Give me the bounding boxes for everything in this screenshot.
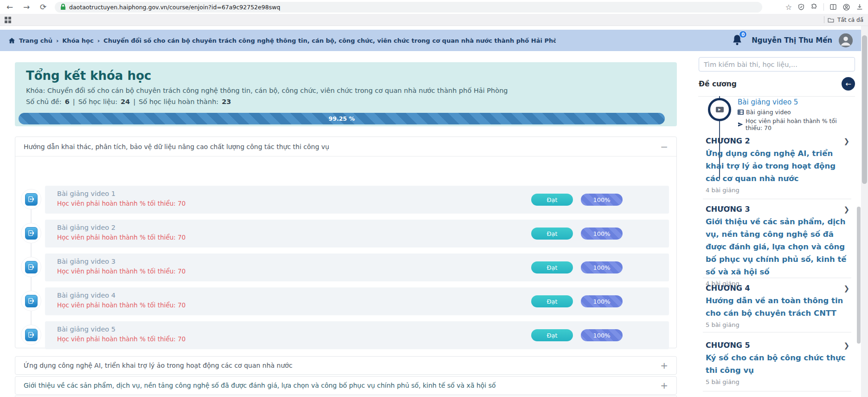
chapter-header[interactable]: CHƯƠNG 2 ❯ xyxy=(706,137,849,145)
status-badge: Đạt xyxy=(531,329,573,341)
divider xyxy=(698,96,855,97)
avatar[interactable] xyxy=(839,33,853,47)
chevron-right-icon[interactable]: ❯ xyxy=(843,205,849,214)
topics-label: Số chủ đề: xyxy=(26,98,62,105)
url-bar[interactable]: daotaotructuyen.haiphong.gov.vn/course/e… xyxy=(55,2,762,13)
apps-grid-icon[interactable] xyxy=(5,17,11,23)
stats-separator: | xyxy=(73,98,75,105)
extensions-icon[interactable] xyxy=(810,3,818,11)
chevron-right-icon[interactable]: ❯ xyxy=(843,137,849,145)
section-3-header[interactable]: Giới thiệu về các sản phẩm, dịch vụ, nền… xyxy=(15,377,676,394)
notification-badge: 0 xyxy=(739,31,747,38)
chapter-item: CHƯƠNG 3 ❯ Giới thiệu về các sản phẩm, d… xyxy=(706,205,849,287)
divider xyxy=(703,332,851,332)
chapter-title[interactable]: Giới thiệu về các sản phẩm, dịch vụ, nền… xyxy=(706,215,849,278)
chapter-title[interactable]: Ứng dụng công nghệ AI, triển khai trợ lý… xyxy=(706,147,849,185)
chapter-title[interactable]: Ký số cho cán bộ công chức thực thi công… xyxy=(706,351,849,377)
materials-label: Số học liệu: xyxy=(78,98,117,105)
video-lesson-icon xyxy=(21,325,41,345)
page-scrollbar-thumb[interactable] xyxy=(862,35,867,184)
shield-icon[interactable] xyxy=(797,3,805,11)
sidebar-scrollbar-thumb[interactable] xyxy=(857,207,861,344)
chapter-code: CHƯƠNG 5 xyxy=(706,341,750,350)
chevron-right-icon[interactable]: ❯ xyxy=(843,284,849,293)
collapse-icon[interactable]: − xyxy=(660,142,668,151)
notifications-button[interactable]: 0 xyxy=(731,33,745,47)
section-2-title: Ứng dụng công nghệ AI, triển khai trợ lý… xyxy=(24,362,292,369)
lock-icon xyxy=(60,4,66,10)
film-icon xyxy=(738,110,744,115)
url-text: daotaotructuyen.haiphong.gov.vn/course/e… xyxy=(69,4,280,11)
chapter-item: CHƯƠNG 5 ❯ Ký số cho cán bộ công chức th… xyxy=(706,341,849,385)
split-view-icon[interactable] xyxy=(829,3,837,11)
chapter-title[interactable]: Hướng dẫn về an toàn thông tin cho cán b… xyxy=(706,294,849,319)
bookmark-star-icon[interactable]: ☆ xyxy=(785,3,792,12)
course-progress-bar: 99.25 % xyxy=(19,113,665,124)
completed-label: Số học liệu hoàn thành: xyxy=(139,98,219,105)
divider xyxy=(703,199,851,199)
chapter-lesson-count: 4 bài giảng xyxy=(706,187,849,194)
folder-icon xyxy=(828,17,834,23)
download-icon[interactable] xyxy=(856,3,863,11)
chapter-lesson-count: 5 bài giảng xyxy=(706,378,849,385)
video-lesson-icon xyxy=(21,257,41,277)
topics-value: 6 xyxy=(65,98,70,105)
back-icon[interactable]: ← xyxy=(5,2,15,12)
stats-separator: | xyxy=(133,98,135,105)
expand-icon[interactable]: + xyxy=(660,361,668,370)
chevron-right-icon[interactable]: ❯ xyxy=(843,341,849,350)
course-summary-card: Tổng kết khóa học Khóa: Chuyển đổi số ch… xyxy=(15,62,677,126)
breadcrumb-home[interactable]: Trang chủ xyxy=(19,37,52,44)
page-scrollbar[interactable] xyxy=(861,26,868,397)
chapter-code: CHƯƠNG 2 xyxy=(706,137,750,145)
section-card-2: Ứng dụng công nghệ AI, triển khai trợ lý… xyxy=(15,356,677,375)
progress-badge: 100% xyxy=(581,329,623,341)
refresh-icon[interactable]: ⟳ xyxy=(38,2,48,12)
current-lesson-icon[interactable]: ▶ xyxy=(708,98,731,121)
breadcrumb-current: Chuyển đổi số cho cán bộ chuyên trách cô… xyxy=(103,37,556,44)
progress-badge: 100% xyxy=(581,261,623,273)
status-badge: Đạt xyxy=(531,295,573,307)
all-bookmarks-label[interactable]: Tất cả dấ xyxy=(837,17,863,23)
expand-icon[interactable]: + xyxy=(660,381,668,390)
section-2-header[interactable]: Ứng dụng công nghệ AI, triển khai trợ lý… xyxy=(15,357,676,374)
breadcrumb-courses[interactable]: Khóa học xyxy=(62,37,93,44)
status-badge: Đạt xyxy=(531,194,573,206)
divider xyxy=(703,391,851,391)
progress-badge: 100% xyxy=(581,194,623,206)
section-card-1: Hướng dẫn khai thác, phân tích, bảo vệ d… xyxy=(15,137,677,348)
completed-value: 23 xyxy=(222,98,231,105)
lesson-row: Bài giảng video 2 Học viên phải hoàn thà… xyxy=(15,220,676,247)
lesson-list: Bài giảng video 1 Học viên phải hoàn thà… xyxy=(15,156,676,348)
course-progress-value: 99.25 % xyxy=(328,115,354,122)
summary-title: Tổng kết khóa học xyxy=(26,69,666,83)
user-name[interactable]: Nguyễn Thị Thu Mến xyxy=(752,36,832,45)
course-outline-sidebar: Đề cương ← ▶ Bài giảng video 5 Bài giảng… xyxy=(698,51,861,397)
browser-toolbar: ← → ⟳ daotaotructuyen.haiphong.gov.vn/co… xyxy=(0,0,868,14)
breadcrumb: Trang chủ › Khóa học › Chuyển đổi số cho… xyxy=(8,37,556,44)
toolbar-separator xyxy=(823,3,824,11)
lesson-row: Bài giảng video 1 Học viên phải hoàn thà… xyxy=(15,186,676,214)
video-lesson-icon xyxy=(21,291,41,311)
section-1-title: Hướng dẫn khai thác, phân tích, bảo vệ d… xyxy=(24,143,329,150)
current-lesson-title[interactable]: Bài giảng video 5 xyxy=(738,98,854,106)
chapter-header[interactable]: CHƯƠNG 4 ❯ xyxy=(706,284,849,293)
chapter-lesson-count: 5 bài giảng xyxy=(706,321,849,328)
video-lesson-icon xyxy=(21,189,41,209)
section-3-title: Giới thiệu về các sản phẩm, dịch vụ, nền… xyxy=(24,382,496,389)
collapse-sidebar-button[interactable]: ← xyxy=(842,77,855,91)
chapter-header[interactable]: CHƯƠNG 5 ❯ xyxy=(706,341,849,350)
current-lesson-requirement: Học viên phải hoàn thành % tối thiểu: 70 xyxy=(746,117,854,131)
profile-icon[interactable] xyxy=(842,3,850,11)
section-1-header[interactable]: Hướng dẫn khai thác, phân tích, bảo vệ d… xyxy=(15,137,676,156)
home-icon[interactable] xyxy=(8,37,15,44)
chapter-item: CHƯƠNG 2 ❯ Ứng dụng công nghệ AI, triển … xyxy=(706,137,849,194)
progress-badge: 100% xyxy=(581,228,623,240)
chapter-header[interactable]: CHƯƠNG 3 ❯ xyxy=(706,205,849,214)
divider xyxy=(703,278,851,278)
status-badge: Đạt xyxy=(531,261,573,273)
bookmarks-bar: Tất cả dấ xyxy=(0,14,868,26)
search-input[interactable] xyxy=(699,57,855,72)
chapter-code: CHƯƠNG 4 xyxy=(706,284,750,293)
forward-icon[interactable]: → xyxy=(21,2,32,12)
